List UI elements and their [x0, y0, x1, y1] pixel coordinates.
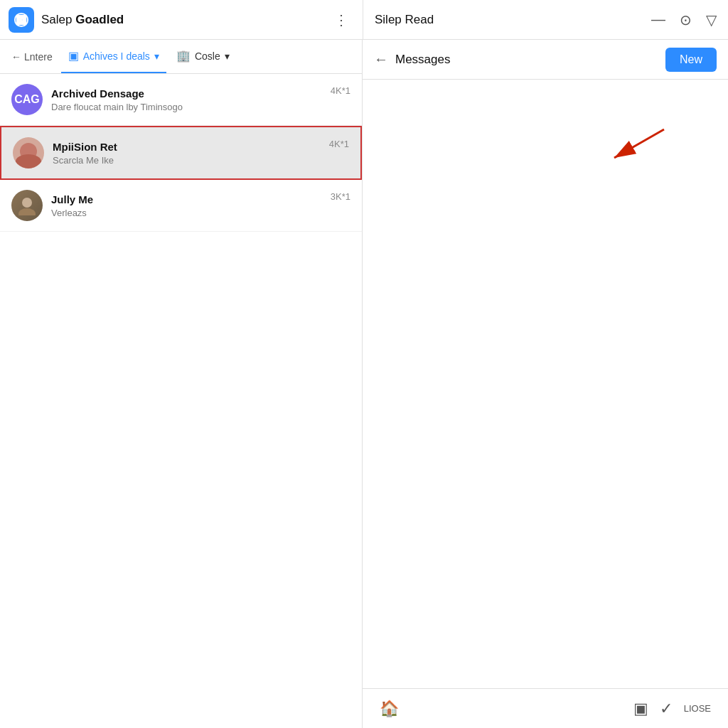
conv-preview-jully-me: Verleazs: [51, 208, 322, 218]
top-bar-left: Salep Goadled ⋮: [0, 7, 363, 33]
tab-archives-chevron: ▾: [154, 50, 159, 62]
tab-archives[interactable]: ▣ Achives I deals ▾: [61, 40, 166, 73]
nav-bar: ← Lntere ▣ Achives I deals ▾ 🏢 Cosle ▾: [0, 40, 363, 74]
conv-time-archived-densage: 4K*1: [331, 84, 350, 96]
conv-preview-mpiision-ret: Scarcla Me Ike: [53, 155, 321, 166]
tab-cosle-label: Cosle: [195, 50, 220, 62]
nav-back-label: Lntere: [24, 51, 53, 63]
conv-item-jully-me[interactable]: Jully Me Verleazs 3K*1: [0, 180, 362, 232]
conv-preview-archived-densage: Dare floucat main lby Timinsogo: [51, 102, 322, 112]
top-bar: Salep Goadled ⋮ Silep Read — ⊙ ▽: [0, 0, 728, 40]
record-icon[interactable]: ⊙: [680, 11, 692, 28]
tab-cosle-chevron: ▾: [225, 50, 230, 62]
avatar-jully-inner: [11, 190, 43, 221]
wifi-icon[interactable]: ▽: [706, 11, 717, 28]
layout-icon[interactable]: ▣: [633, 700, 648, 718]
right-header-icons: — ⊙ ▽: [651, 11, 717, 28]
svg-line-4: [614, 129, 664, 158]
right-bottom-bar: 🏠 ▣ ✓ LIOSE: [363, 688, 728, 728]
conv-name-jully-me: Jully Me: [51, 193, 322, 205]
avatar-mpiision-ret: [13, 137, 44, 168]
conv-info-jully-me: Jully Me Verleazs: [51, 193, 322, 218]
conv-name-mpiision-ret: MpiiSion Ret: [53, 141, 321, 153]
zoom-logo: [9, 7, 34, 33]
avatar-initials-text: CAG: [14, 93, 40, 106]
main-content: ← Lntere ▣ Achives I deals ▾ 🏢 Cosle ▾ C…: [0, 40, 728, 728]
conv-time-jully-me: 3K*1: [331, 190, 350, 202]
conv-name-archived-densage: Archived Densage: [51, 87, 322, 100]
top-bar-right: Silep Read — ⊙ ▽: [363, 11, 728, 28]
right-panel: ← Messages New 🏠 ▣ ✓: [363, 40, 728, 728]
nav-back-button[interactable]: ← Lntere: [6, 48, 58, 65]
messages-back-button[interactable]: ←: [374, 51, 388, 68]
check-icon[interactable]: ✓: [660, 700, 673, 718]
svg-point-2: [18, 208, 36, 215]
conv-item-archived-densage[interactable]: CAG Archived Densage Dare floucat main l…: [0, 74, 362, 126]
avatar-jully-me: [11, 190, 43, 221]
messages-panel-title: Messages: [395, 53, 450, 67]
left-panel: ← Lntere ▣ Achives I deals ▾ 🏢 Cosle ▾ C…: [0, 40, 363, 728]
right-panel-title: Silep Read: [375, 13, 434, 27]
avatar-archived-densage: CAG: [11, 84, 43, 115]
tab-cosle[interactable]: 🏢 Cosle ▾: [169, 40, 237, 73]
conv-info-archived-densage: Archived Densage Dare floucat main lby T…: [51, 87, 322, 112]
tab-archives-label: Achives I deals: [83, 50, 150, 62]
cosle-icon: 🏢: [176, 49, 191, 63]
new-message-button[interactable]: New: [665, 48, 717, 72]
conv-info-mpiision-ret: MpiiSion Ret Scarcla Me Ike: [53, 141, 321, 166]
menu-icon[interactable]: ⋮: [328, 9, 354, 31]
conv-item-mpiision-ret[interactable]: MpiiSion Ret Scarcla Me Ike 4K*1: [0, 126, 362, 180]
messages-body: [363, 80, 728, 688]
red-arrow-annotation: [600, 122, 671, 168]
conv-time-mpiision-ret: 4K*1: [329, 137, 349, 149]
svg-point-1: [22, 198, 32, 208]
minimize-icon[interactable]: —: [651, 11, 665, 28]
app-title: Salep Goadled: [41, 13, 124, 27]
home-icon[interactable]: 🏠: [380, 700, 399, 718]
archives-icon: ▣: [68, 49, 79, 63]
messages-header: ← Messages New: [363, 40, 728, 80]
back-arrow-icon: ←: [11, 51, 21, 63]
bottom-label: LIOSE: [684, 703, 711, 714]
bottom-right-group: ▣ ✓ LIOSE: [633, 700, 711, 718]
